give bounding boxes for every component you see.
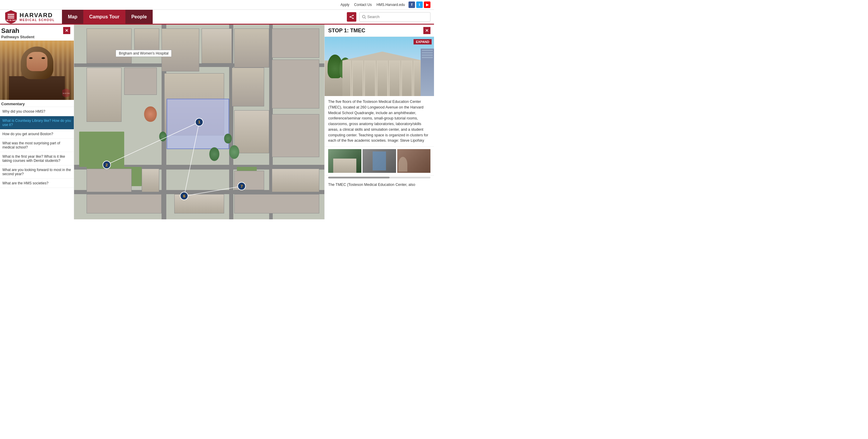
commentary-label: Commentary	[1, 102, 25, 106]
svg-point-9	[363, 15, 365, 18]
sidebar-header: Sarah Pathways Student ✕	[0, 25, 74, 41]
logo-medical: MEDICAL SCHOOL	[20, 19, 55, 22]
qa-item-3[interactable]: How do you get around Boston?	[0, 129, 74, 139]
share-button[interactable]	[347, 12, 356, 22]
main-layout: Sarah Pathways Student ✕	[0, 25, 434, 219]
bldg-low-2	[272, 114, 319, 157]
map-area[interactable]: Brigham and Women's Hospital 1 2 6 7	[74, 25, 324, 219]
right-header: STOP 1: TMEC ✕	[324, 25, 434, 37]
right-panel: STOP 1: TMEC ✕	[324, 25, 434, 219]
qa-item-6[interactable]: What are you looking forward to most in …	[0, 165, 74, 179]
logo-harvard: HARVARD	[20, 12, 55, 19]
qa-item-1[interactable]: Why did you choose HMS?	[0, 107, 74, 116]
stop-description: The five floors of the Tosteson Medical …	[324, 96, 434, 147]
svg-line-7	[350, 15, 353, 17]
thumbnail-row	[324, 147, 434, 176]
qa-text-2: What is Countway Library like? How do yo…	[2, 119, 71, 127]
thumbnail-2[interactable]	[363, 149, 396, 173]
bldg-mid-5	[272, 60, 319, 108]
svg-line-10	[365, 18, 366, 19]
qa-text-5: What is the first year like? What is it …	[2, 154, 65, 163]
scroll-bar-area	[324, 176, 434, 180]
logo-text: HARVARD MEDICAL SCHOOL	[20, 12, 55, 22]
hospital-label: Brigham and Women's Hospital	[116, 50, 172, 57]
person-title: Pathways Student	[1, 35, 34, 39]
bldg-mid-2	[124, 68, 157, 95]
tree-green-4	[209, 147, 219, 161]
svg-text:VE RI TAS: VE RI TAS	[6, 19, 16, 21]
commentary-section: Commentary	[0, 100, 74, 107]
bldg-mid-1	[87, 68, 122, 122]
qa-text-1: Why did you choose HMS?	[2, 109, 45, 114]
svg-line-8	[350, 17, 353, 19]
harvard-shield-icon: VE RI TAS	[5, 10, 17, 24]
main-photo: EXPAND	[324, 37, 434, 96]
right-content[interactable]: EXPAND The five floors of the Tosteson M…	[324, 37, 434, 219]
nav-tabs: Map Campus Tour People	[62, 10, 153, 24]
search-input[interactable]	[367, 14, 428, 19]
twitter-icon[interactable]: t	[416, 1, 423, 8]
topbar: Apply Contact Us HMS.Harvard.edu f t ▶	[0, 0, 434, 10]
search-box[interactable]	[359, 12, 430, 22]
search-area	[343, 10, 434, 24]
photo-simulation: VE RI TAS	[0, 41, 74, 100]
search-icon	[362, 15, 366, 19]
thumbnail-1[interactable]	[328, 149, 361, 173]
bldg-mid-4	[232, 68, 265, 106]
thumbnail-3[interactable]	[397, 149, 430, 173]
bldg-btm-3	[234, 194, 319, 214]
qa-text-7: What are the HMS societies?	[2, 181, 48, 185]
person-name: Sarah	[1, 27, 34, 35]
hms-site-link[interactable]: HMS.Harvard.edu	[376, 3, 405, 7]
nav-people-tab[interactable]: People	[125, 10, 153, 24]
qa-text-3: How do you get around Boston?	[2, 132, 53, 136]
svg-rect-2	[8, 18, 14, 19]
bldg-top-1	[87, 28, 132, 63]
tree-green-2	[224, 134, 231, 144]
tour-stop-2[interactable]: 2	[102, 161, 111, 169]
qa-list: Why did you choose HMS? What is Countway…	[0, 107, 74, 219]
bldg-low-4	[142, 169, 159, 192]
social-icons: f t ▶	[408, 1, 430, 8]
tree-pink	[144, 106, 157, 122]
person-photo: VE RI TAS	[0, 41, 74, 100]
tree-green-3	[229, 145, 239, 159]
youtube-icon[interactable]: ▶	[424, 1, 430, 8]
bldg-low-6	[272, 169, 319, 192]
sidebar: Sarah Pathways Student ✕	[0, 25, 74, 219]
scroll-thumb[interactable]	[328, 177, 390, 179]
scroll-track	[328, 177, 430, 179]
more-description: The TMEC (Tosteson Medical Education Cen…	[324, 180, 434, 190]
nav-tour-tab[interactable]: Campus Tour	[83, 10, 125, 24]
header: VE RI TAS HARVARD MEDICAL SCHOOL Map Cam…	[0, 10, 434, 25]
bldg-top-5	[234, 28, 269, 67]
bldg-low-1	[234, 110, 269, 153]
bldg-btm-1	[87, 194, 161, 214]
apply-link[interactable]: Apply	[341, 3, 349, 7]
svg-rect-1	[8, 16, 14, 17]
qa-text-6: What are you looking forward to most in …	[2, 168, 71, 176]
facebook-icon[interactable]: f	[408, 1, 415, 8]
city-map: Brigham and Women's Hospital 1 2 6 7	[74, 25, 324, 219]
bldg-top-6	[272, 28, 319, 58]
qa-item-2[interactable]: What is Countway Library like? How do yo…	[0, 116, 74, 129]
contact-link[interactable]: Contact Us	[354, 3, 372, 7]
sidebar-close-button[interactable]: ✕	[63, 27, 70, 34]
stop-title: STOP 1: TMEC	[328, 28, 365, 34]
qa-text-4: What was the most surprising part of med…	[2, 141, 60, 149]
nav-map-tab[interactable]: Map	[62, 10, 83, 24]
qa-item-7[interactable]: What are the HMS societies?	[0, 179, 74, 188]
svg-text:VE RI TAS: VE RI TAS	[63, 93, 70, 94]
harvard-crest-watermark: VE RI TAS	[62, 88, 70, 97]
logo-area: VE RI TAS HARVARD MEDICAL SCHOOL	[0, 10, 60, 24]
expand-button[interactable]: EXPAND	[413, 39, 432, 44]
svg-rect-0	[8, 14, 14, 15]
tour-stop-1[interactable]: 1	[195, 118, 204, 126]
qa-item-4[interactable]: What was the most surprising part of med…	[0, 139, 74, 152]
green-1	[79, 132, 124, 166]
right-panel-close-button[interactable]: ✕	[423, 27, 430, 34]
qa-item-5[interactable]: What is the first year like? What is it …	[0, 152, 74, 165]
bldg-low-3	[87, 169, 132, 192]
bldg-top-4	[202, 28, 231, 63]
person-info: Sarah Pathways Student	[1, 27, 34, 39]
